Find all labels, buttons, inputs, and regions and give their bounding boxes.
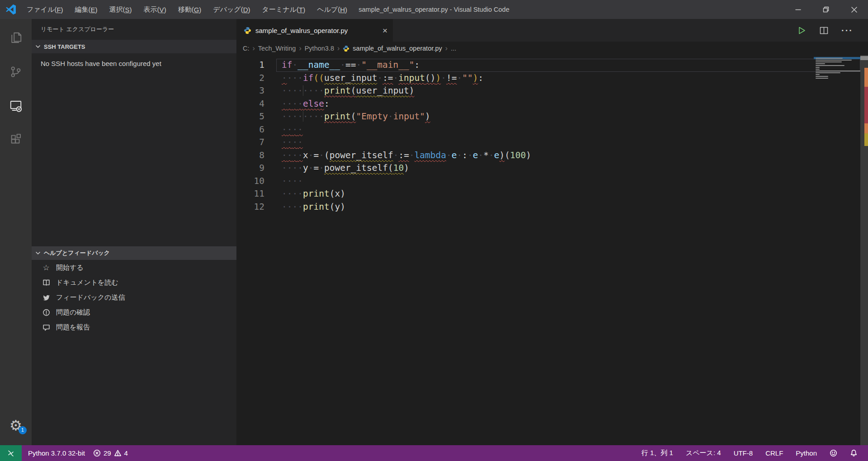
feedback-button[interactable] — [826, 445, 841, 461]
code-line[interactable]: 9····y·=·power_itself(10) — [236, 162, 868, 175]
code-line[interactable]: 12····print(y) — [236, 201, 868, 214]
code-line[interactable]: 8····x·=·(power_itself·:=·lambda·e·:·e·*… — [236, 149, 868, 162]
indentation-status[interactable]: スペース: 4 — [682, 445, 725, 461]
help-item-tweet-feedback[interactable]: フィードバックの送信 — [32, 290, 236, 305]
code-line[interactable]: 10···· — [236, 175, 868, 188]
settings-gear-button[interactable]: ⚙ 1 — [9, 419, 22, 433]
remote-indicator[interactable] — [0, 445, 22, 461]
editor-group: sample_of_walrus_operator.py × ··· C: › … — [236, 19, 868, 445]
tab-label: sample_of_walrus_operator.py — [255, 27, 378, 34]
source-control-icon — [9, 65, 23, 79]
editor-actions: ··· — [797, 19, 868, 42]
help-item-label: 問題を報告 — [56, 323, 90, 332]
breadcrumb-file[interactable]: sample_of_walrus_operator.py — [353, 45, 442, 52]
help-item-review-issues[interactable]: 問題の確認 — [32, 305, 236, 320]
menu-item-h[interactable]: ヘルプ(H) — [311, 0, 353, 19]
window-controls — [784, 0, 868, 19]
code-line[interactable]: 1if·__name__·==·"__main__": — [236, 59, 868, 72]
split-editor-icon — [819, 26, 829, 35]
line-number: 1 — [236, 59, 264, 72]
minimap-line — [816, 71, 861, 71]
overview-ruler-mark — [864, 123, 868, 133]
code-line[interactable]: 4····else: — [236, 98, 868, 111]
scrollbar-slider[interactable] — [860, 56, 868, 60]
code-line[interactable]: 7···· — [236, 136, 868, 149]
code-line-text: ···· — [276, 123, 860, 136]
settings-badge: 1 — [19, 426, 27, 434]
code-line[interactable]: 2····if((user_input·:=·input())·!=·""): — [236, 72, 868, 85]
breadcrumb-segment[interactable]: Tech_Writing — [258, 45, 296, 52]
tab-sample-of-walrus-operator[interactable]: sample_of_walrus_operator.py × — [236, 19, 393, 42]
minimap[interactable] — [814, 55, 860, 445]
help-item-read-documentation[interactable]: ドキュメントを読む — [32, 275, 236, 290]
menu-bar: ファイル(F)編集(E)選択(S)表示(V)移動(G)デバッグ(D)ターミナル(… — [21, 0, 353, 19]
help-item-report-issue[interactable]: 問題を報告 — [32, 320, 236, 335]
split-editor-button[interactable] — [819, 26, 829, 35]
code-line[interactable]: 5········print("Empty·input") — [236, 110, 868, 123]
sidebar-item-explorer[interactable] — [0, 21, 32, 55]
menu-item-t[interactable]: ターミナル(T) — [256, 0, 311, 19]
python-file-icon — [244, 27, 251, 34]
code-editor[interactable]: 1if·__name__·==·"__main__":2····if((user… — [236, 55, 868, 213]
eol-status[interactable]: CRLF — [761, 445, 787, 461]
language-mode-status[interactable]: Python — [792, 445, 821, 461]
scrollbar[interactable] — [860, 55, 868, 445]
cursor-position-status[interactable]: 行 1、列 1 — [637, 445, 677, 461]
window-title: sample_of_walrus_operator.py - Visual St… — [359, 0, 509, 19]
problems-status[interactable]: 29 4 — [89, 449, 132, 457]
extensions-icon — [9, 133, 23, 146]
eol-label: CRLF — [765, 449, 783, 457]
warning-count: 4 — [124, 449, 128, 457]
help-feedback-section-header[interactable]: ヘルプとフィードバック — [32, 246, 236, 260]
overview-ruler-mark — [864, 133, 868, 146]
comment-icon — [42, 324, 51, 332]
code-line[interactable]: 3········print(user_input) — [236, 85, 868, 98]
menu-item-g[interactable]: 移動(G) — [172, 0, 208, 19]
book-icon — [42, 279, 51, 287]
chevron-down-icon — [35, 250, 41, 256]
breadcrumb-segment[interactable]: Python3.8 — [305, 45, 334, 52]
restore-icon — [823, 6, 829, 13]
python-interpreter-status[interactable]: Python 3.7.0 32-bit — [24, 449, 89, 457]
tab-close-icon[interactable]: × — [382, 26, 387, 35]
interpreter-label: Python 3.7.0 32-bit — [28, 449, 85, 457]
menu-item-d[interactable]: デバッグ(D) — [207, 0, 256, 19]
code-line-text: ····if((user_input·:=·input())·!=·""): — [276, 72, 860, 85]
menu-item-s[interactable]: 選択(S) — [104, 0, 138, 19]
notifications-button[interactable] — [846, 445, 862, 461]
breadcrumb-more[interactable]: ... — [451, 45, 456, 52]
sidebar-item-remote-explorer[interactable] — [0, 89, 32, 122]
status-bar: Python 3.7.0 32-bit 29 4 行 1、列 1 スペース: 4 — [0, 445, 868, 461]
run-button[interactable] — [797, 26, 807, 35]
explorer-icon — [9, 31, 23, 45]
help-item-get-started[interactable]: ☆ 開始する — [32, 260, 236, 275]
chevron-right-icon: › — [253, 44, 255, 52]
sidebar-item-extensions[interactable] — [0, 122, 32, 156]
sidebar-title: リモート エクスプローラー — [32, 19, 236, 40]
maximize-button[interactable] — [812, 0, 840, 19]
menu-item-f[interactable]: ファイル(F) — [21, 0, 69, 19]
help-item-label: 問題の確認 — [56, 308, 90, 317]
code-line-text: ····print(x) — [276, 188, 860, 201]
encoding-status[interactable]: UTF-8 — [730, 445, 757, 461]
code-line[interactable]: 6···· — [236, 123, 868, 136]
breadcrumb-segment[interactable]: C: — [243, 45, 250, 52]
line-number: 10 — [236, 175, 264, 188]
help-feedback-list: ☆ 開始する ドキュメントを読む フィードバックの送信 問題の確認 — [32, 260, 236, 335]
sidebar-item-source-control[interactable] — [0, 55, 32, 89]
minimize-button[interactable] — [784, 0, 812, 19]
indentation-label: スペース: 4 — [686, 449, 721, 457]
more-actions-button[interactable]: ··· — [841, 25, 853, 36]
run-icon — [797, 26, 807, 35]
menu-item-v[interactable]: 表示(V) — [138, 0, 172, 19]
menu-item-e[interactable]: 編集(E) — [69, 0, 104, 19]
close-button[interactable] — [840, 0, 868, 19]
code-line[interactable]: 11····print(x) — [236, 188, 868, 201]
line-number: 4 — [236, 98, 264, 111]
ssh-targets-section-header[interactable]: SSH TARGETS — [32, 40, 236, 53]
minimap-line — [816, 61, 842, 62]
smiley-icon — [830, 449, 837, 457]
error-icon — [93, 449, 101, 457]
code-line-text: ····x·=·(power_itself·:=·lambda·e·:·e·*·… — [276, 149, 860, 162]
tab-bar: sample_of_walrus_operator.py × ··· — [236, 19, 868, 42]
